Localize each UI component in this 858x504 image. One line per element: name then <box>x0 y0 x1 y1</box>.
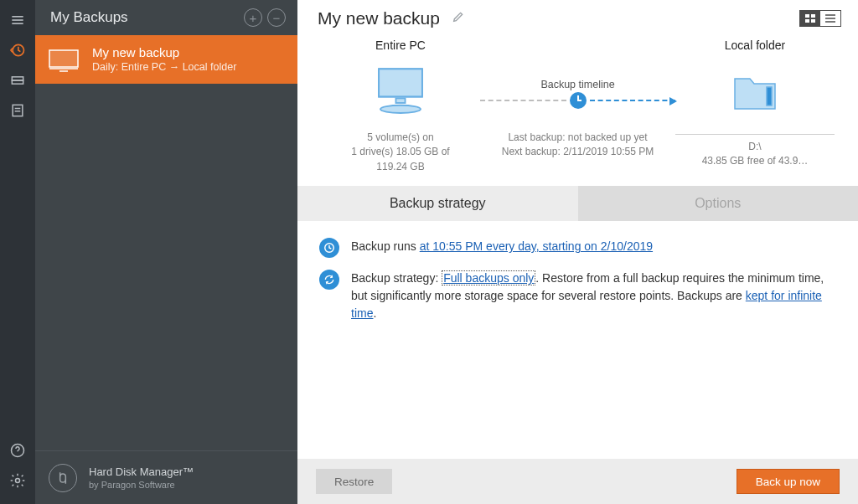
brand-name: Hard Disk Manager™ <box>89 465 194 478</box>
left-panel-footer: Hard Disk Manager™ by Paragon Software <box>35 450 297 504</box>
svg-rect-12 <box>49 50 78 67</box>
main-header: My new backup <box>297 0 858 32</box>
view-toggle[interactable] <box>799 10 841 27</box>
tab-options[interactable]: Options <box>578 186 859 221</box>
monitor-icon <box>47 49 80 74</box>
iconbar <box>0 0 35 504</box>
strategy-prefix: Backup strategy: <box>351 271 442 285</box>
target-info: D:\ 43.85 GB free of 43.9… <box>675 134 835 169</box>
tab-strategy[interactable]: Backup strategy <box>297 186 578 221</box>
tasks-icon[interactable] <box>0 95 35 126</box>
strategy-type-link[interactable]: Full backups only <box>442 270 535 285</box>
svg-rect-17 <box>805 19 809 23</box>
svg-rect-26 <box>767 87 772 105</box>
add-backup-button[interactable]: + <box>244 8 262 27</box>
menu-icon[interactable] <box>0 5 35 35</box>
timeline-label: Backup timeline <box>480 79 675 90</box>
strategy-end: . <box>373 306 376 320</box>
schedule-link[interactable]: at 10:55 PM every day, starting on 2/10/… <box>420 239 653 253</box>
svg-rect-16 <box>811 14 815 18</box>
backup-item-desc: Daily: Entire PC → Local folder <box>92 61 236 73</box>
recycle-icon <box>319 270 339 290</box>
main-panel: My new backup Entire PC 5 volume(s) on 1… <box>297 0 858 504</box>
backup-now-button[interactable]: Back up now <box>737 469 840 494</box>
page-title: My new backup <box>318 8 440 28</box>
backup-diagram: Entire PC 5 volume(s) on 1 drive(s) 18.0… <box>297 32 858 181</box>
backup-item-name: My new backup <box>92 45 236 59</box>
svg-rect-22 <box>379 69 422 96</box>
timeline-column: Backup timeline Last backup: not backed … <box>480 39 675 174</box>
svg-point-25 <box>380 105 421 113</box>
left-panel: My Backups + − My new backup Daily: Enti… <box>35 0 297 504</box>
history-icon[interactable] <box>0 35 35 65</box>
svg-point-11 <box>16 479 20 483</box>
target-title: Local folder <box>675 39 835 52</box>
svg-rect-5 <box>12 80 23 84</box>
view-list-icon[interactable] <box>820 11 840 26</box>
brand-logo-icon <box>49 464 77 492</box>
settings-icon[interactable] <box>0 465 35 496</box>
help-icon[interactable] <box>0 435 35 465</box>
brand-byline: by Paragon Software <box>89 480 194 490</box>
source-column: Entire PC 5 volume(s) on 1 drive(s) 18.0… <box>321 39 480 174</box>
svg-rect-15 <box>805 14 809 18</box>
timeline-info: Last backup: not backed up yet Next back… <box>480 131 675 160</box>
drive-icon[interactable] <box>0 65 35 95</box>
left-panel-title: My Backups <box>50 9 239 26</box>
strategy-panel: Backup runs at 10:55 PM every day, start… <box>297 221 858 351</box>
svg-rect-18 <box>811 19 815 23</box>
left-panel-header: My Backups + − <box>35 0 297 35</box>
edit-title-icon[interactable] <box>452 10 465 27</box>
schedule-row: Backup runs at 10:55 PM every day, start… <box>319 238 836 258</box>
target-column: Local folder D:\ 43.85 GB free of 43.9… <box>675 39 835 174</box>
folder-icon <box>730 67 780 117</box>
schedule-prefix: Backup runs <box>351 239 420 253</box>
svg-rect-6 <box>13 105 23 116</box>
pc-icon <box>370 61 432 123</box>
view-cards-icon[interactable] <box>800 11 820 26</box>
source-title: Entire PC <box>321 39 480 52</box>
backup-list-item[interactable]: My new backup Daily: Entire PC → Local f… <box>35 35 297 84</box>
svg-rect-24 <box>395 98 405 103</box>
tabs: Backup strategy Options <box>297 186 858 221</box>
restore-button[interactable]: Restore <box>316 469 392 494</box>
clock-icon <box>570 92 587 109</box>
source-info: 5 volume(s) on 1 drive(s) 18.05 GB of 11… <box>321 131 480 174</box>
main-footer: Restore Back up now <box>297 459 858 504</box>
strategy-row: Backup strategy: Full backups only. Rest… <box>319 270 836 322</box>
remove-backup-button[interactable]: − <box>267 8 286 27</box>
schedule-clock-icon <box>319 238 339 258</box>
